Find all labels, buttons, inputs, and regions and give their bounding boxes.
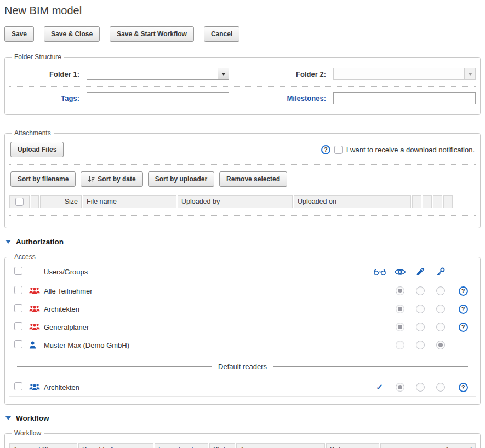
- folder1-value[interactable]: [87, 68, 218, 80]
- tags-row: Tags: Milestones:: [9, 86, 476, 110]
- help-icon[interactable]: [459, 286, 468, 296]
- possible-approvers-column-header: Possible Approvers: [78, 443, 153, 448]
- access-row: Architekten: [9, 300, 476, 318]
- row-checkbox[interactable]: [14, 382, 22, 390]
- key-icon[interactable]: [430, 267, 450, 276]
- folder-structure-fieldset: Folder Structure Folder 1: Folder 2: Tag…: [4, 53, 481, 115]
- save-start-workflow-button[interactable]: Save & Start Workflow: [110, 26, 194, 42]
- download-notification-label: I want to receive a download notificatio…: [346, 146, 475, 154]
- folder-structure-legend: Folder Structure: [12, 53, 64, 61]
- help-icon[interactable]: [459, 305, 468, 314]
- row-checkbox[interactable]: [14, 304, 22, 312]
- edit-radio[interactable]: [416, 341, 425, 349]
- sort-descending-icon: [88, 176, 95, 183]
- default-reader-row: Architekten: [9, 378, 476, 397]
- uploaded-by-column-header[interactable]: Uploaded by: [178, 195, 293, 208]
- group-icon: [29, 305, 44, 313]
- remove-selected-button[interactable]: Remove selected: [219, 171, 287, 187]
- date-column-header: Date: [326, 443, 379, 448]
- folder2-dropdown-button: [464, 68, 476, 80]
- view-radio[interactable]: [396, 305, 404, 313]
- admin-radio[interactable]: [436, 323, 445, 331]
- users-groups-header: Users/Groups: [44, 268, 369, 276]
- select-all-checkbox[interactable]: [15, 198, 24, 206]
- glasses-icon[interactable]: [369, 268, 390, 276]
- inspection-time-column-header: Inspection time: [155, 443, 208, 448]
- folder1-label: Folder 1:: [9, 70, 79, 78]
- user-group-label: Muster Max (Demo GmbH): [44, 341, 369, 349]
- folder2-value: [333, 68, 464, 80]
- folder2-combobox: [333, 68, 476, 80]
- access-row: Muster Max (Demo GmbH): [9, 336, 476, 354]
- user-group-label: Architekten: [44, 305, 369, 313]
- filename-column-header[interactable]: File name: [83, 195, 176, 208]
- toolbar: Save Save & Close Save & Start Workflow …: [4, 26, 481, 42]
- help-icon[interactable]: [321, 145, 330, 154]
- workflow-section-title: Workflow: [16, 414, 49, 422]
- attachments-top-row: Upload Files I want to receive a downloa…: [9, 138, 476, 164]
- upload-files-button[interactable]: Upload Files: [10, 142, 64, 157]
- pencil-icon[interactable]: [410, 267, 430, 276]
- edit-radio[interactable]: [416, 383, 425, 392]
- view-radio[interactable]: [396, 286, 404, 295]
- milestones-label: Milestones:: [235, 94, 326, 102]
- view-radio[interactable]: [396, 341, 404, 349]
- collapse-triangle-icon[interactable]: [5, 416, 11, 420]
- user-group-label: Architekten: [44, 383, 369, 392]
- chevron-down-icon: [468, 73, 472, 76]
- view-radio[interactable]: [396, 383, 404, 392]
- row-checkbox[interactable]: [14, 286, 22, 294]
- empty-header-cell: [31, 195, 39, 208]
- save-close-button[interactable]: Save & Close: [44, 26, 100, 42]
- tags-input[interactable]: [87, 92, 229, 104]
- page-title: New BIM model: [4, 4, 481, 17]
- edit-radio[interactable]: [416, 305, 425, 313]
- access-fieldset: Access Users/Groups: [4, 253, 481, 405]
- help-icon[interactable]: [459, 383, 468, 392]
- workflow-table-header: Approval Step Possible Approvers Inspect…: [9, 443, 476, 448]
- folder1-dropdown-button[interactable]: [218, 68, 229, 80]
- cancel-button[interactable]: Cancel: [204, 26, 239, 42]
- admin-radio[interactable]: [436, 383, 445, 392]
- access-row: Alle Teilnehmer: [9, 282, 476, 300]
- edit-radio[interactable]: [416, 323, 425, 331]
- sort-by-uploader-button[interactable]: Sort by uploader: [148, 171, 214, 187]
- workflow-section-header[interactable]: Workflow: [4, 414, 481, 422]
- view-radio[interactable]: [396, 323, 404, 331]
- access-select-all-checkbox[interactable]: [14, 267, 22, 275]
- attachments-legend: Attachments: [12, 129, 54, 137]
- folder1-combobox[interactable]: [87, 68, 229, 80]
- group-icon: [29, 323, 44, 331]
- admin-radio[interactable]: [436, 305, 445, 313]
- group-icon: [29, 383, 44, 391]
- admin-radio[interactable]: [436, 286, 445, 295]
- user-icon: [29, 341, 44, 349]
- admin-radio[interactable]: [436, 341, 445, 349]
- approver-column-header: Approver: [236, 443, 325, 448]
- sort-buttons-row: Sort by filename Sort by date Sort by up…: [9, 165, 476, 194]
- save-button[interactable]: Save: [4, 26, 34, 42]
- tags-label: Tags:: [9, 94, 79, 102]
- download-notification-group: I want to receive a download notificatio…: [321, 145, 475, 154]
- eye-icon[interactable]: [390, 268, 410, 276]
- collapse-triangle-icon[interactable]: [5, 240, 11, 244]
- folder-row: Folder 1: Folder 2:: [9, 62, 476, 86]
- uploaded-on-column-header[interactable]: Uploaded on: [294, 195, 411, 208]
- empty-header-cell: [423, 195, 432, 208]
- empty-header-cell: [412, 195, 421, 208]
- row-checkbox[interactable]: [14, 340, 22, 348]
- size-column-header[interactable]: Size: [40, 195, 82, 208]
- download-notification-checkbox[interactable]: [334, 146, 343, 154]
- attachments-table-header: Size File name Uploaded by Uploaded on: [9, 195, 476, 208]
- edit-radio[interactable]: [416, 286, 425, 295]
- access-header-row: Users/Groups: [9, 262, 476, 282]
- help-icon[interactable]: [459, 323, 468, 332]
- sort-by-date-button[interactable]: Sort by date: [81, 171, 142, 187]
- empty-header-cell: [433, 195, 442, 208]
- authorization-section-header[interactable]: Authorization: [4, 238, 481, 246]
- milestones-input[interactable]: [333, 92, 476, 104]
- workflow-legend: Workflow: [12, 429, 44, 437]
- row-checkbox[interactable]: [14, 322, 22, 330]
- sort-by-filename-button[interactable]: Sort by filename: [10, 171, 76, 187]
- select-all-header-cell: [9, 195, 30, 208]
